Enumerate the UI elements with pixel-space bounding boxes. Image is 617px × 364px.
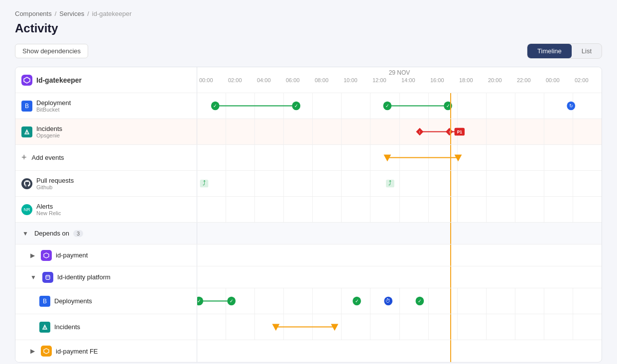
- time-label: 16:00: [428, 77, 457, 83]
- id-payment-fe-icon: [41, 346, 52, 357]
- add-events-chart: [197, 145, 602, 170]
- svg-text:✓: ✓: [294, 103, 298, 109]
- breadcrumb-sep2: /: [87, 10, 89, 17]
- depends-on-collapse-button[interactable]: ▼: [21, 229, 29, 238]
- id-payment-expand-button[interactable]: ▶: [29, 251, 36, 260]
- breadcrumb-sep1: /: [55, 10, 57, 17]
- id-payment-fe-chart: [197, 340, 602, 362]
- grid-line: [341, 197, 370, 222]
- deployment-text: Deployment BitBucket: [36, 99, 71, 113]
- deployments-sub-row: B Deployments ✓ ✓ ✓ ⏱: [15, 288, 602, 314]
- breadcrumb: Components / Services / id-gatekeeper: [15, 10, 602, 17]
- time-label: 02:00: [573, 77, 602, 83]
- timeline-view-button[interactable]: Timeline: [527, 44, 572, 58]
- svg-marker-25: [455, 155, 462, 162]
- svg-point-15: [26, 133, 27, 134]
- time-label: 12:00: [370, 77, 399, 83]
- grid-line: [226, 197, 254, 222]
- grid-line: [457, 197, 486, 222]
- alerts-sub: New Relic: [36, 210, 61, 216]
- current-time-line-i: [450, 119, 451, 144]
- id-payment-fe-label: ▶ id-payment FE: [15, 340, 197, 362]
- new-relic-icon: NR: [21, 204, 32, 215]
- svg-marker-24: [383, 155, 391, 162]
- incidents-label: Incidents Opsgenie: [15, 119, 197, 144]
- grid-line: [515, 197, 544, 222]
- incidents-svg: ! ! P1: [197, 119, 602, 144]
- svg-point-46: [44, 328, 45, 329]
- svg-text:✓: ✓: [385, 103, 389, 109]
- id-identity-collapse-button[interactable]: ▼: [29, 273, 37, 282]
- incidents-sub-name: Incidents: [54, 323, 80, 331]
- time-label: 14:00: [399, 77, 428, 83]
- add-events-label[interactable]: + Add events: [15, 145, 197, 170]
- id-payment-fe-expand-button[interactable]: ▶: [29, 347, 36, 356]
- id-payment-row: ▶ id-payment: [15, 244, 602, 266]
- depends-on-label: ▼ Depends on 3: [15, 223, 197, 244]
- incidents-chart: ! ! P1: [197, 119, 602, 144]
- incidents-sub-label: Incidents: [15, 314, 197, 340]
- alerts-chart: [197, 197, 602, 222]
- svg-rect-31: [46, 275, 50, 279]
- page: Components / Services / id-gatekeeper Ac…: [0, 0, 617, 364]
- id-payment-label: ▶ id-payment: [15, 244, 197, 266]
- incidents-row: Incidents Opsgenie ! ! P1: [15, 119, 602, 145]
- pull-requests-label: Pull requests Github: [15, 171, 197, 196]
- id-payment-icon: [41, 250, 52, 261]
- time-label: 00:00: [197, 77, 226, 83]
- service-icon: [21, 75, 32, 86]
- current-time-line-ae: [450, 145, 451, 170]
- grid-line: [428, 197, 457, 222]
- svg-text:⏱: ⏱: [385, 298, 391, 304]
- list-view-button[interactable]: List: [572, 44, 602, 58]
- header-row: Id-gatekeeper 29 NOV 00:0002:0004:0006:0…: [15, 67, 602, 93]
- page-title: Activity: [15, 21, 602, 35]
- deployments-sub-chart: ✓ ✓ ✓ ⏱ ✓: [197, 288, 602, 314]
- pull-requests-chart: ⤴ ⤴: [197, 171, 602, 196]
- alerts-text: Alerts New Relic: [36, 203, 61, 216]
- svg-text:⤴: ⤴: [203, 180, 206, 187]
- id-payment-chart: [197, 244, 602, 266]
- alerts-row: NR Alerts New Relic: [15, 197, 602, 223]
- deployments-sub-label: B Deployments: [15, 288, 197, 314]
- grid-line: [544, 197, 573, 222]
- current-time-line-ipfe: [450, 340, 451, 362]
- grid-line: [399, 197, 428, 222]
- service-name: Id-gatekeeper: [36, 76, 82, 84]
- incidents-sub: Opsgenie: [36, 132, 62, 138]
- pull-requests-sub: Github: [36, 184, 74, 190]
- deployment-sub: BitBucket: [36, 107, 71, 113]
- grid-line: [254, 197, 283, 222]
- breadcrumb-current: id-gatekeeper: [92, 10, 132, 17]
- svg-text:⤴: ⤴: [389, 180, 392, 187]
- time-label: 06:00: [284, 77, 313, 83]
- svg-marker-0: [24, 77, 30, 83]
- time-label: 00:00: [544, 77, 573, 83]
- alerts-name: Alerts: [36, 203, 61, 210]
- alerts-label: NR Alerts New Relic: [15, 197, 197, 222]
- deployment-row: B Deployment BitBucket ✓ ✓: [15, 93, 602, 119]
- time-labels: 00:0002:0004:0006:0008:0010:0012:0014:00…: [197, 76, 602, 85]
- add-events-svg: [197, 145, 602, 170]
- id-identity-row: ▼ Id-identity platform: [15, 266, 602, 288]
- svg-text:✓: ✓: [197, 298, 201, 304]
- pr-svg: ⤴ ⤴: [197, 171, 602, 196]
- svg-marker-30: [44, 253, 49, 258]
- id-payment-name: id-payment: [56, 251, 88, 259]
- breadcrumb-components[interactable]: Components: [15, 10, 52, 17]
- svg-text:P1: P1: [457, 129, 462, 134]
- id-identity-chart: [197, 266, 602, 288]
- github-icon: [21, 178, 32, 189]
- add-events-row: + Add events: [15, 145, 602, 171]
- current-time-line-is: [450, 314, 451, 340]
- svg-marker-50: [44, 349, 49, 354]
- id-identity-name: Id-identity platform: [57, 273, 111, 281]
- grid-lines-alerts: [197, 197, 602, 222]
- grid-line: [486, 197, 515, 222]
- view-toggle: Timeline List: [527, 43, 602, 59]
- deployment-svg: ✓ ✓ ✓ ✓ ↻: [197, 93, 602, 119]
- breadcrumb-services[interactable]: Services: [59, 10, 84, 17]
- current-time-line-pr: [450, 171, 451, 196]
- deployment-icon: B: [21, 101, 32, 112]
- show-dependencies-button[interactable]: Show dependencies: [15, 44, 88, 58]
